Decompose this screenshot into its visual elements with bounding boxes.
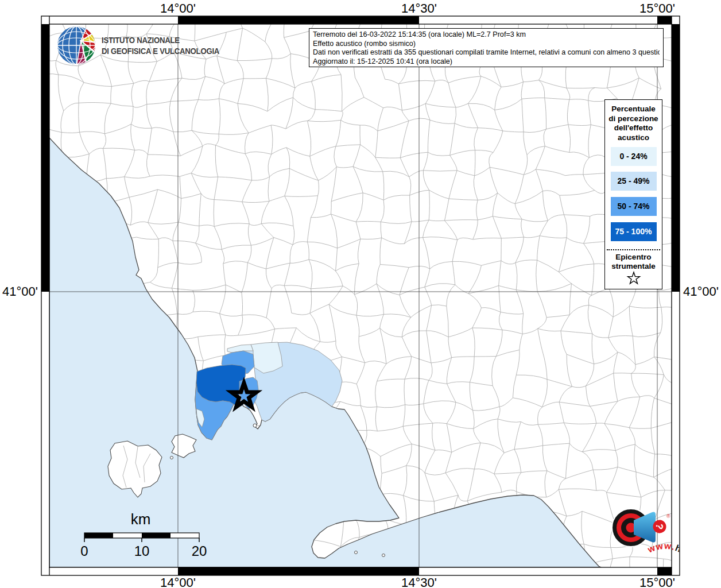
- axis-label-top-14-00: 14°00': [160, 1, 196, 16]
- scale-bar-tick-10: 10: [134, 543, 150, 559]
- epicenter-star-icon: [626, 270, 642, 286]
- info-line-event: Terremoto del 16-03-2022 15:14:35 (ora l…: [313, 30, 660, 40]
- legend-epicenter-label-1: Epicentro: [605, 253, 662, 261]
- watermark-logo: www.haisentitoilterremoto.it ? ®: [584, 481, 679, 576]
- axis-label-right-41-00: 41°00': [683, 284, 719, 299]
- legend-title: Percentuale di percezione dell'effetto a…: [605, 105, 662, 142]
- legend-divider: [607, 249, 660, 250]
- registered-mark: ®: [666, 513, 670, 519]
- map-screenshot-canvas: 14°00' 14°30' 15°00' 14°00' 14°30' 15°00…: [0, 0, 721, 588]
- axis-label-bottom-14-30: 14°30': [401, 575, 437, 588]
- axis-label-left-41-00: 41°00': [0, 284, 38, 299]
- ingv-text-line2: DI GEOFISICA E VULCANOLOGIA: [102, 45, 219, 56]
- ingv-logo: ISTITUTO NAZIONALE DI GEOFISICA E VULCAN…: [55, 24, 250, 67]
- scale-bar-tick-20: 20: [192, 543, 207, 559]
- info-line-updated: Aggiornato il: 15-12-2025 10:41 (ora loc…: [313, 57, 660, 67]
- legend-swatch-50-74: 50 - 74%: [611, 197, 657, 216]
- axis-label-top-15-00: 15°00': [639, 1, 675, 16]
- info-line-data: Dati non verificati estratti da 355 ques…: [313, 48, 660, 57]
- watermark-www: www.: [646, 541, 676, 555]
- legend-box: Percentuale di percezione dell'effetto a…: [604, 99, 662, 289]
- axis-label-top-14-30: 14°30': [401, 1, 437, 16]
- axis-label-bottom-15-00: 15°00': [639, 575, 675, 588]
- legend-swatch-0-24: 0 - 24%: [611, 147, 657, 166]
- ingv-logo-text: ISTITUTO NAZIONALE DI GEOFISICA E VULCAN…: [102, 34, 219, 56]
- ingv-text-line1: ISTITUTO NAZIONALE: [102, 34, 219, 45]
- ingv-globe-icon: [55, 24, 98, 67]
- legend-star-wrap: [605, 270, 662, 288]
- earthquake-info-box: Terremoto del 16-03-2022 15:14:35 (ora l…: [309, 28, 664, 67]
- legend-swatch-25-49: 25 - 49%: [611, 172, 657, 191]
- axis-label-bottom-14-00: 14°00': [160, 575, 196, 588]
- scale-bar-tick-0: 0: [80, 543, 88, 559]
- scale-bar-unit: km: [131, 510, 151, 528]
- legend-epicenter-label-2: strumentale: [605, 262, 662, 270]
- legend-swatch-75-100: 75 - 100%: [611, 222, 657, 241]
- watermark-circular-text: www.haisentitoilterremoto.it: [638, 541, 679, 576]
- info-line-effect: Effetto acustico (rombo sismico): [313, 40, 660, 49]
